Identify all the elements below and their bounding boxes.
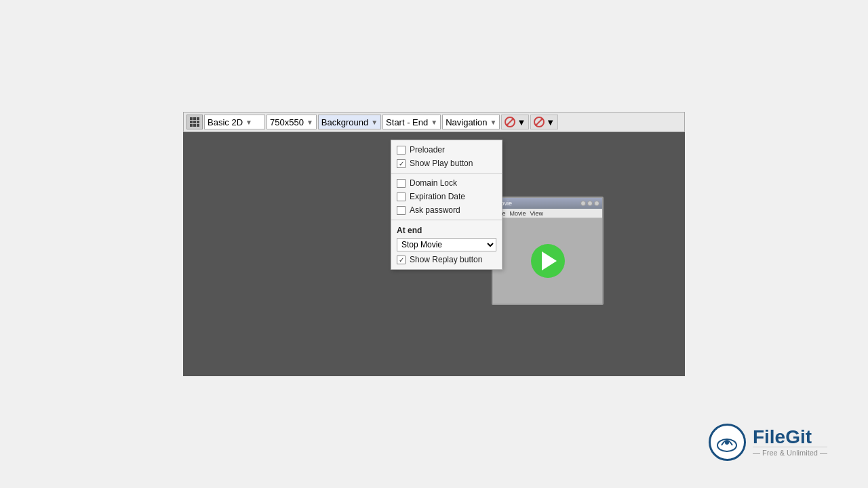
start-end-arrow: ▼ xyxy=(431,119,437,126)
preview-content xyxy=(493,218,602,304)
background-arrow: ▼ xyxy=(371,119,378,126)
menu-item-expiration-date[interactable]: Expiration Date xyxy=(391,190,502,203)
grid-view-button[interactable] xyxy=(186,115,203,129)
show-play-label: Show Play button xyxy=(410,159,473,168)
filegit-icon xyxy=(709,424,746,461)
ask-password-label: Ask password xyxy=(410,205,460,215)
checkbox-show-play[interactable] xyxy=(397,159,406,168)
grid-icon xyxy=(190,117,199,127)
size-select[interactable]: 750x550 ▼ xyxy=(267,115,317,129)
mute-button[interactable]: ▼ xyxy=(530,115,558,129)
play-button[interactable] xyxy=(531,244,565,278)
checkbox-domain-lock[interactable] xyxy=(397,179,406,188)
preview-menu-view[interactable]: View xyxy=(530,210,543,217)
template-arrow: ▼ xyxy=(245,119,252,126)
separator-2 xyxy=(391,220,502,220)
template-select[interactable]: Basic 2D ▼ xyxy=(204,115,265,129)
preview-titlebar: Movie xyxy=(493,198,602,209)
svg-line-1 xyxy=(507,119,513,125)
background-label: Background xyxy=(321,117,368,127)
filegit-text: FileGit — Free & Unlimited — xyxy=(753,428,827,457)
menu-item-show-replay[interactable]: Show Replay button xyxy=(391,253,502,266)
navigation-select[interactable]: Navigation ▼ xyxy=(442,115,500,129)
checkbox-expiration-date[interactable] xyxy=(397,192,406,201)
menu-item-ask-password[interactable]: Ask password xyxy=(391,203,502,217)
dropdown-menu: Preloader Show Play button Domain Lock E… xyxy=(391,140,502,270)
preview-menubar: File Movie View xyxy=(493,209,602,218)
start-end-select[interactable]: Start - End ▼ xyxy=(382,115,441,129)
preloader-label: Preloader xyxy=(410,145,445,155)
size-arrow: ▼ xyxy=(307,119,313,126)
filegit-cloud-icon xyxy=(715,430,739,455)
navigation-arrow: ▼ xyxy=(490,119,497,126)
navigation-label: Navigation xyxy=(446,117,487,127)
stop-movie-row: Stop Movie xyxy=(391,237,502,253)
filegit-tagline: — Free & Unlimited — xyxy=(753,447,827,457)
filegit-name: FileGit xyxy=(753,428,827,447)
menu-item-domain-lock[interactable]: Domain Lock xyxy=(391,176,502,190)
expiration-date-label: Expiration Date xyxy=(410,192,465,201)
checkbox-show-replay[interactable] xyxy=(397,256,406,264)
show-replay-label: Show Replay button xyxy=(410,255,482,264)
template-label: Basic 2D xyxy=(208,117,243,127)
mute-arrow: ▼ xyxy=(546,117,555,127)
background-select[interactable]: Background ▼ xyxy=(318,115,381,129)
preview-maximize[interactable] xyxy=(587,201,593,206)
toolbar: Basic 2D ▼ 750x550 ▼ Background ▼ Start … xyxy=(183,112,685,132)
checkbox-preloader[interactable] xyxy=(397,146,406,155)
svg-line-3 xyxy=(536,119,542,125)
preview-titlebar-buttons xyxy=(580,201,599,206)
preview-menu-movie[interactable]: Movie xyxy=(510,210,526,217)
start-end-label: Start - End xyxy=(386,117,428,127)
restrict-icon xyxy=(505,117,515,127)
size-label: 750x550 xyxy=(270,117,304,127)
stop-movie-select[interactable]: Stop Movie xyxy=(397,238,496,251)
preview-minimize[interactable] xyxy=(580,201,586,206)
restrict-button[interactable]: ▼ xyxy=(501,115,529,129)
restrict-arrow: ▼ xyxy=(517,117,526,127)
filegit-logo: FileGit — Free & Unlimited — xyxy=(709,424,827,461)
menu-item-preloader[interactable]: Preloader xyxy=(391,143,502,157)
preview-window: Movie File Movie View xyxy=(492,197,604,305)
menu-item-show-play-button[interactable]: Show Play button xyxy=(391,157,502,170)
separator-1 xyxy=(391,173,502,174)
preview-close[interactable] xyxy=(594,201,599,206)
domain-lock-label: Domain Lock xyxy=(410,178,457,188)
checkbox-ask-password[interactable] xyxy=(397,206,406,215)
svg-point-5 xyxy=(725,441,729,445)
at-end-label: At end xyxy=(391,223,502,237)
mute-icon xyxy=(534,117,545,127)
play-triangle-icon xyxy=(542,251,557,270)
